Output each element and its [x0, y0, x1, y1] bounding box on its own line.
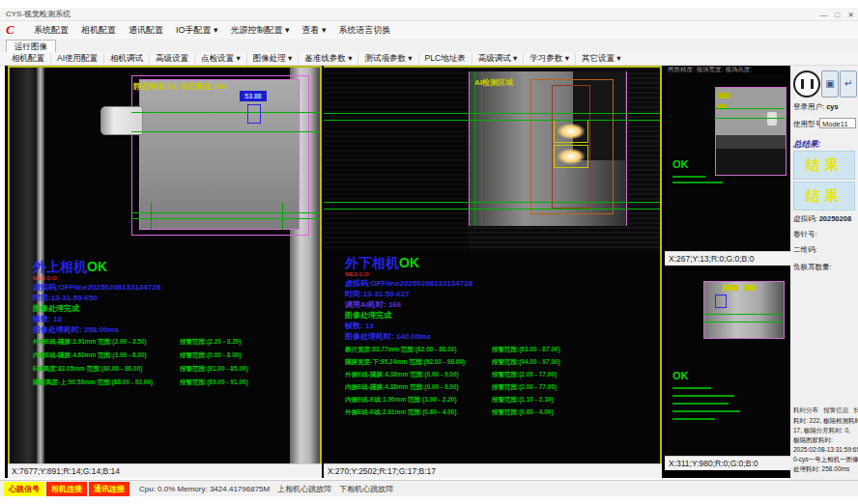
- overlay-tag: [744, 285, 756, 291]
- pixel-coords-thumb2: X:311;Y:980;R:0;G:0;B:0: [665, 456, 790, 470]
- measurement-value: 内侧E线-隔膜:4.38mm 范围:(0.00 - 9.00): [345, 383, 459, 392]
- highlight-spot: [558, 149, 585, 164]
- inspected-part-image: [139, 79, 300, 230]
- return-button[interactable]: ↵: [840, 70, 857, 98]
- camera-icon: ▣: [825, 78, 834, 89]
- log-tab-timing[interactable]: 耗时分布: [793, 406, 818, 413]
- menu-comm-config[interactable]: 通讯配置: [129, 24, 163, 37]
- camera-name: 外下相机: [345, 255, 399, 270]
- roi-rectangle-blue: [715, 294, 727, 308]
- camera-thumb-2[interactable]: OK: [665, 271, 790, 456]
- measurement-value: 内侧E线-E线:1.90mm 范围:(1.00 - 2.20): [345, 396, 457, 405]
- measurement-value: 外侧E线-隔膜:4.38mm 范围:(0.00 - 9.00): [345, 371, 459, 379]
- menu-camera-config[interactable]: 相机配置: [81, 24, 116, 37]
- maximize-button[interactable]: □: [835, 11, 840, 19]
- barcode-label: 虚拟码:OFFline20250208133134728: [33, 282, 160, 293]
- log-line: 17, 极隔分差耗时: 0,: [793, 427, 850, 435]
- snapshot-button[interactable]: ▣: [821, 70, 839, 98]
- camera-result-status: OK: [399, 255, 419, 270]
- camera-thumb-1[interactable]: OK: [665, 73, 790, 251]
- overlay-tag: [723, 285, 738, 291]
- login-user-label: 登录用户:: [793, 102, 824, 111]
- pixel-coords-left: X:7677;Y:891;R:14;G:14;B:14: [8, 463, 322, 478]
- toolbar: 相机配置 AI使用配置 相机调试 高级设置 点检设置 ▾ 图像处理 ▾ 基准线参…: [0, 52, 858, 66]
- menu-language-switch[interactable]: 系统语言切换: [339, 24, 391, 37]
- sidebar: ▣ ↵ 登录用户: cys 使用型号: Mode11 总结果: 结果 结果 虚拟…: [790, 66, 858, 480]
- app-window: CYS-视觉检测系统 — □ ✕ C 系统配置 相机配置 通讯配置 IO手配置 …: [0, 0, 858, 504]
- measure-value-tag: 53.88: [240, 91, 267, 101]
- measurement-value: 极片宽度:83.77mm 范围:(82.00 - 88.00): [345, 346, 457, 354]
- cpu-memory-status: Cpu: 0.0% Memory: 3424.41796875M: [139, 485, 270, 493]
- pause-icon: [801, 79, 814, 89]
- tab-run-image[interactable]: 运行图像: [6, 40, 56, 53]
- alarm-range: 报警范围:(2.00 - 77.00): [492, 371, 557, 379]
- measure-line: [131, 212, 322, 213]
- menu-view[interactable]: 查看 ▾: [302, 24, 327, 37]
- toolbar-image-processing[interactable]: 图像处理 ▾: [246, 53, 299, 65]
- close-button[interactable]: ✕: [847, 11, 854, 19]
- measure-line: [324, 120, 662, 121]
- toolbar-baseline-params[interactable]: 基准线参数 ▾: [298, 53, 358, 65]
- upper-camera-alarm: 上相机心跳故障: [277, 484, 331, 494]
- log-tab-alarm[interactable]: 报警信息: [823, 406, 848, 413]
- measurement-row: 极片宽度:83.77mm 范围:(82.00 - 88.00) 报警范围:(83…: [345, 346, 662, 358]
- pixel-coords-middle: X:270;Y:2502;R:17;G:17;B:17: [324, 463, 662, 478]
- toolbar-camera-debug[interactable]: 相机调试: [103, 53, 149, 65]
- toolbar-ai-usage[interactable]: AI使用配置: [50, 53, 103, 65]
- machine-shadow: [324, 68, 469, 251]
- window-controls: — □ ✕: [819, 8, 854, 21]
- part-connector: [767, 112, 777, 126]
- toolbar-test-params[interactable]: 测试项参数 ▾: [358, 53, 417, 65]
- minimize-button[interactable]: —: [819, 11, 827, 19]
- measure-tick: [151, 203, 152, 230]
- log-tab-scan[interactable]: 扫码信息: [853, 406, 858, 413]
- measurement-value: 外侧E线-E线:2.61mm 范围:(0.60 - 4.00): [345, 408, 457, 417]
- threshold-overlay-label: 静态阈值:93, 动态阈值:100: [133, 81, 226, 92]
- menu-light-config[interactable]: 光源控制配置 ▾: [231, 24, 290, 37]
- log-line: 处理耗时: 258.00ms: [793, 465, 849, 474]
- log-line: 极隔图胶耗时:: [793, 436, 833, 445]
- window-titlebar: CYS-视觉检测系统: [0, 8, 858, 21]
- virtual-code-label: 虚拟码:: [793, 214, 817, 223]
- camera-result-title: 外下相机OK: [345, 255, 419, 272]
- toolbar-learning-params[interactable]: 学习参数 ▾: [523, 53, 575, 65]
- measurement-row: 隔膜宽度-下:95.24mm 范围:(92.00 - 98.00) 报警范围:(…: [345, 358, 662, 371]
- model-input[interactable]: Mode11: [819, 118, 856, 128]
- camera-view-upper[interactable]: 静态阈值:93, 动态阈值:100 53.88 外上相机OK MES:0:/0 …: [8, 66, 322, 463]
- pause-button[interactable]: [793, 70, 820, 98]
- alarm-range: 报警范围:(0.00 - 8.00): [180, 351, 242, 360]
- menu-io-config[interactable]: IO手配置 ▾: [176, 24, 218, 37]
- toolbar-advanced-settings[interactable]: 高级设置: [149, 53, 194, 65]
- thumbnail-header: 画面精度: 视场宽度: 视场高度:: [665, 66, 790, 73]
- toolbar-spotcheck[interactable]: 点检设置 ▾: [194, 53, 246, 65]
- measurement-row: 内侧E线-隔膜:4.60mm 范围:(3.00 - 6.00) 报警范围:(0.…: [33, 351, 322, 364]
- overlay-tag: [717, 93, 730, 98]
- measurement-value: E线高度:83.05mm 范围:(80.00 - 86.00): [33, 365, 142, 374]
- overlay-text-line: [672, 403, 729, 405]
- overlay-text-line: [672, 387, 711, 389]
- menu-system-config[interactable]: 系统配置: [34, 24, 69, 37]
- measurement-row: E线高度:83.05mm 范围:(80.00 - 86.00) 报警范围:(81…: [33, 365, 322, 378]
- measure-line: [703, 314, 783, 315]
- time-label: 时间:13-31-59-650: [33, 293, 98, 303]
- toolbar-advanced-debug[interactable]: 高级调试 ▾: [472, 53, 524, 65]
- alarm-range: 报警范围:(94.00 - 97.00): [492, 358, 560, 367]
- toolbar-other-settings[interactable]: 其它设置 ▾: [575, 53, 627, 65]
- alarm-range: 报警范围:(81.00 - 85.00): [180, 365, 248, 374]
- virtual-code-value: 20250208: [819, 214, 851, 223]
- toolbar-camera-config[interactable]: 相机配置: [6, 53, 50, 65]
- toolbar-plc-address[interactable]: PLC地址表: [418, 53, 472, 65]
- heartbeat-status-badge: 心跳信号: [4, 482, 44, 496]
- main-view-area: 静态阈值:93, 动态阈值:100 53.88 外上相机OK MES:0:/0 …: [5, 66, 790, 478]
- alarm-range: 报警范围:(83.00 - 87.00): [492, 346, 560, 354]
- frame-count-label: 帧数: 13: [345, 321, 374, 331]
- frame-count-label: 帧数: 13: [33, 314, 62, 324]
- measure-line: [131, 131, 322, 132]
- overlay-text-line: [672, 176, 705, 178]
- elapsed-label: 图像处理耗时: 140.00ms: [345, 331, 431, 342]
- measure-line: [703, 322, 783, 322]
- measure-line: [715, 108, 785, 109]
- thumb-part-image: [715, 87, 786, 176]
- camera-view-lower[interactable]: AI检测区域 外下相机OK MES:0:/0 虚拟码:OFFline202502…: [324, 66, 662, 463]
- measurement-value: 隔膜宽度-下:95.24mm 范围:(92.00 - 98.00): [345, 358, 465, 367]
